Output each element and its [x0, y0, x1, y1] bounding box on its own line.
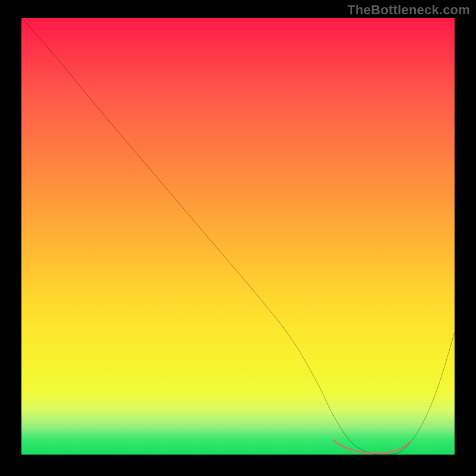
chart-svg — [21, 18, 455, 455]
watermark-label: TheBottleneck.com — [347, 2, 470, 18]
bottleneck-curve — [21, 18, 455, 455]
chart-frame: TheBottleneck.com — [0, 0, 476, 476]
optimal-range-highlight — [333, 441, 411, 453]
plot-area — [21, 18, 455, 455]
